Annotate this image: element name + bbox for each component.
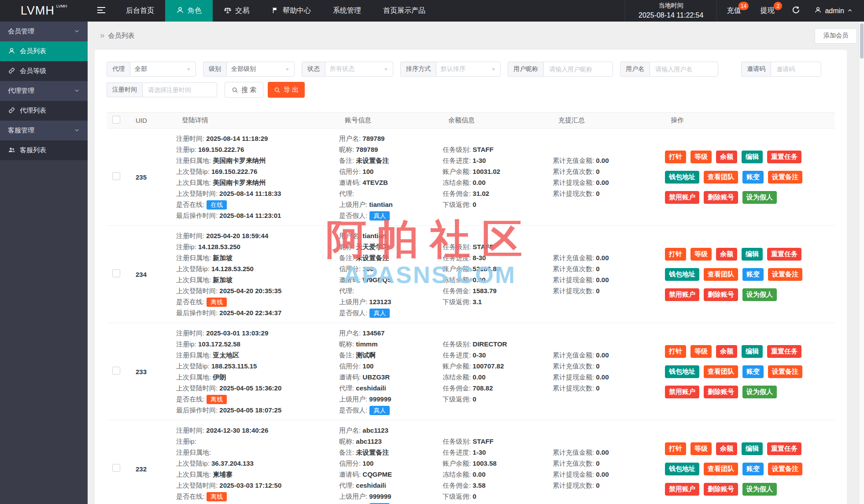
sidebar-item-support-list[interactable]: 客服列表	[0, 140, 88, 160]
field-label: 上次登陆ip:	[176, 460, 210, 467]
person-icon	[8, 47, 15, 56]
level-button[interactable]: 等级	[690, 151, 712, 163]
invite-code-input[interactable]	[771, 62, 821, 77]
set-remark-button[interactable]: 设置备注	[768, 463, 802, 475]
account-change-button[interactable]: 账变	[742, 268, 764, 281]
refresh-button[interactable]	[784, 0, 808, 22]
field-value: 0	[471, 493, 476, 500]
recharge-nav-item[interactable]: 充值 14	[717, 0, 750, 22]
set-remark-button[interactable]: 设置备注	[768, 171, 802, 184]
reset-task-button[interactable]: 重置任务	[767, 151, 801, 163]
level-select[interactable]: 全部级别	[226, 62, 295, 77]
sort-select[interactable]: 默认排序	[436, 62, 501, 77]
agent-select[interactable]: 全部	[130, 62, 196, 77]
balance-button[interactable]: 余额	[716, 151, 737, 163]
reset-task-button[interactable]: 重置任务	[767, 345, 801, 358]
nav-item-home-products[interactable]: 首页展示产品	[372, 0, 436, 22]
field-label: 最后操作时间:	[176, 406, 218, 414]
edit-button[interactable]: 编辑	[742, 442, 763, 455]
view-team-button[interactable]: 查看团队	[704, 268, 738, 281]
field-value: abc1123	[354, 438, 382, 445]
disable-account-button[interactable]: 禁用账户	[665, 288, 699, 301]
sidebar-group-agent-management[interactable]: 代理管理	[0, 81, 88, 101]
set-fake-button[interactable]: 设为假人	[742, 483, 777, 496]
sidebar-item-member-list[interactable]: 会员列表	[0, 41, 88, 61]
level-button[interactable]: 等级	[690, 345, 712, 358]
nav-item-dashboard[interactable]: 后台首页	[115, 0, 165, 22]
level-button[interactable]: 等级	[690, 248, 712, 261]
set-fake-button[interactable]: 设为假人	[742, 191, 777, 204]
inject-button[interactable]: 打针	[665, 345, 686, 358]
level-button[interactable]: 等级	[690, 442, 712, 455]
register-time-input[interactable]	[142, 82, 217, 97]
account-change-button[interactable]: 账变	[742, 365, 764, 378]
balance-button[interactable]: 余额	[716, 442, 737, 455]
field-label: 上次登陆时间:	[176, 190, 218, 197]
set-fake-button[interactable]: 设为假人	[742, 288, 777, 301]
row-checkbox[interactable]	[112, 172, 120, 180]
field-label: 上次归属地:	[176, 179, 211, 186]
field-value: 100	[361, 362, 373, 370]
status-select[interactable]: 所有状态	[325, 62, 393, 77]
balance-button[interactable]: 余额	[716, 248, 737, 261]
delete-account-button[interactable]: 删除账号	[704, 483, 738, 496]
sidebar-group-label: 客服管理	[8, 126, 34, 135]
field-label: 上级用户:	[339, 201, 367, 208]
view-team-button[interactable]: 查看团队	[704, 463, 738, 475]
inject-button[interactable]: 打针	[665, 442, 686, 455]
nav-item-label: 首页展示产品	[383, 6, 425, 15]
field-value: 4TEVZB	[361, 179, 388, 186]
nickname-input[interactable]	[543, 62, 613, 77]
withdraw-nav-item[interactable]: 提现 2	[750, 0, 784, 22]
sidebar-group-member-management[interactable]: 会员管理	[0, 22, 88, 41]
nav-item-label: 系统管理	[333, 6, 361, 15]
select-all-checkbox[interactable]	[112, 116, 120, 124]
reset-task-button[interactable]: 重置任务	[767, 442, 801, 455]
login-cell: 注册时间: 2025-08-14 11:18:29注册ip: 169.150.2…	[174, 129, 337, 226]
nav-item-system[interactable]: 系统管理	[322, 0, 372, 22]
account-change-button[interactable]: 账变	[742, 171, 764, 184]
row-checkbox[interactable]	[112, 269, 120, 277]
wallet-address-button[interactable]: 钱包地址	[665, 463, 699, 475]
row-checkbox[interactable]	[112, 464, 120, 472]
add-member-button[interactable]: 添加会员	[815, 28, 857, 44]
scrollbar-thumb[interactable]	[860, 23, 864, 59]
field-value: 0.00	[594, 373, 609, 381]
nav-item-role[interactable]: 角色	[165, 0, 213, 22]
delete-account-button[interactable]: 删除账号	[704, 191, 738, 204]
edit-button[interactable]: 编辑	[742, 151, 763, 163]
set-fake-button[interactable]: 设为假人	[742, 386, 777, 398]
account-change-button[interactable]: 账变	[742, 463, 764, 475]
delete-account-button[interactable]: 删除账号	[704, 386, 738, 398]
nav-item-trade[interactable]: 交易	[213, 0, 260, 22]
edit-button[interactable]: 编辑	[742, 345, 763, 358]
inject-button[interactable]: 打针	[665, 248, 686, 261]
username-input[interactable]	[650, 62, 718, 77]
disable-account-button[interactable]: 禁用账户	[665, 386, 699, 398]
inject-button[interactable]: 打针	[665, 151, 686, 163]
disable-account-button[interactable]: 禁用账户	[665, 483, 699, 496]
view-team-button[interactable]: 查看团队	[704, 365, 738, 378]
reset-task-button[interactable]: 重置任务	[767, 248, 801, 261]
delete-account-button[interactable]: 删除账号	[704, 288, 738, 301]
view-team-button[interactable]: 查看团队	[704, 171, 738, 184]
field-value: 134567	[361, 329, 384, 337]
set-remark-button[interactable]: 设置备注	[768, 365, 802, 378]
balance-button[interactable]: 余额	[716, 345, 737, 358]
export-button[interactable]: 导 出	[268, 82, 305, 98]
sidebar-group-support-management[interactable]: 客服管理	[0, 121, 88, 140]
edit-button[interactable]: 编辑	[742, 248, 763, 261]
disable-account-button[interactable]: 禁用账户	[665, 191, 699, 204]
sidebar-collapse-button[interactable]	[88, 0, 115, 22]
set-remark-button[interactable]: 设置备注	[768, 268, 802, 281]
nav-item-help[interactable]: 帮助中心	[260, 0, 322, 22]
row-checkbox[interactable]	[112, 367, 120, 375]
sidebar-item-member-level[interactable]: 会员等级	[0, 61, 88, 81]
wallet-address-button[interactable]: 钱包地址	[665, 365, 699, 378]
sidebar-item-agent-list[interactable]: 代理列表	[0, 101, 88, 121]
user-menu[interactable]: admin	[808, 0, 864, 22]
search-button[interactable]: 搜 索	[225, 82, 263, 98]
wallet-address-button[interactable]: 钱包地址	[665, 268, 699, 281]
wallet-address-button[interactable]: 钱包地址	[665, 171, 699, 184]
field-label: 累计提现次数:	[553, 190, 594, 197]
